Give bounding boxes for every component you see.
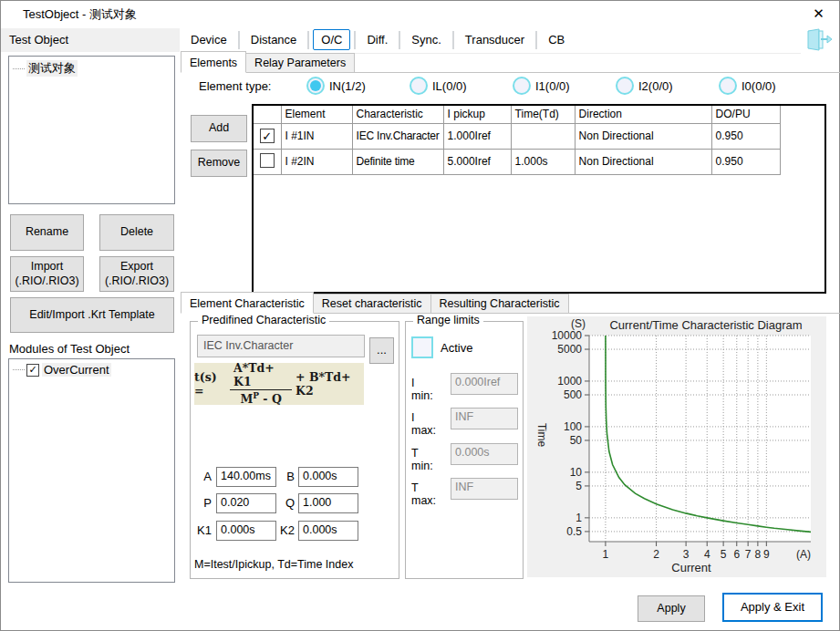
close-icon[interactable]: ✕ [798,1,839,26]
rename-label: Rename [26,225,68,240]
element-list-box: ElementCharacteristicI pickupTime(Td)Dir… [252,104,826,294]
param-input-p[interactable]: 0.020 [216,493,276,513]
radio-icon[interactable] [616,77,634,95]
tab-elements[interactable]: Elements [181,51,246,73]
svg-text:3: 3 [683,548,690,561]
cell-time-td[interactable]: 0.200 [511,123,575,149]
column-header-direction: Direction [575,106,711,123]
svg-text:Current: Current [671,561,711,574]
row-checkbox[interactable]: ✓ [260,129,275,143]
range-label-t-min: T min: [411,447,433,472]
radio-icon[interactable] [306,77,325,95]
top-tab-distance[interactable]: Distance [241,29,307,50]
radio-icon[interactable] [719,77,737,95]
range-input-i-max: INF [451,408,518,429]
element-type-option-il-0-0[interactable]: IL(0/0) [410,77,513,95]
tab-separator [399,31,400,49]
element-type-option-i2-0-0[interactable]: I2(0/0) [616,77,719,95]
top-tab-transducer[interactable]: Transducer [455,29,534,50]
cell-characteristic[interactable]: Definite time [352,149,443,174]
window-title: TestObject - 测试对象 [23,6,137,23]
formula-numerator: A*Td+ K1 [230,361,292,390]
main-tab-bar: ElementsRelay Parameters [181,53,840,73]
cell-do-pu[interactable]: 0.950 [711,149,780,174]
svg-text:5: 5 [721,548,727,561]
cell-characteristic[interactable]: IEC Inv.Character [352,123,443,149]
radio-label: I1(0/0) [535,79,570,93]
svg-text:0.5: 0.5 [566,525,582,538]
export-ext-label: (.RIO/.RIO3) [105,274,169,289]
svg-text:5000: 5000 [557,343,582,356]
svg-text:1: 1 [603,548,609,561]
svg-text:2: 2 [653,548,659,561]
cell-i-pickup[interactable]: 5.000Iref [443,149,511,174]
modules-label: Modules of Test Object [9,342,130,356]
tab-reset-characteristic[interactable]: Reset characteristic [313,294,431,313]
tree-item-test-object[interactable]: 测试对象 [9,57,174,78]
cell-do-pu[interactable]: 0.950 [711,123,780,149]
cell-time-td[interactable]: 1.000s [511,149,575,174]
active-label: Active [441,341,472,355]
top-tab-device[interactable]: Device [181,29,237,50]
svg-text:500: 500 [564,388,582,401]
cell-direction[interactable]: Non Directional [575,123,711,149]
add-label: Add [209,121,229,136]
cell-direction[interactable]: Non Directional [575,149,711,174]
param-input-a[interactable]: 140.00ms [216,467,276,487]
param-label-q: Q [275,496,295,510]
svg-text:10000: 10000 [552,329,583,342]
exit-icon[interactable] [806,28,832,51]
cell-element[interactable]: I #1IN [281,123,352,149]
rename-button[interactable]: Rename [10,214,84,251]
radio-icon[interactable] [513,77,531,95]
tree-item-label: 测试对象 [26,60,78,77]
browse-button[interactable]: ... [369,337,394,364]
tab-separator [238,31,240,49]
top-tab-cb[interactable]: CB [538,29,575,50]
svg-text:9: 9 [763,548,770,561]
cell-i-pickup[interactable]: 1.000Iref [443,123,511,149]
range-limits-label: Range limits [413,314,483,326]
param-input-q[interactable]: 1.000 [298,493,358,513]
radio-icon[interactable] [410,77,428,95]
remove-button[interactable]: Remove [191,150,247,177]
top-tab-sync[interactable]: Sync. [401,29,451,50]
cell-element[interactable]: I #2IN [281,149,352,174]
column-header-element: Element [281,106,352,123]
tree-item-overcurrent[interactable]: ✓ OverCurrent [9,359,174,378]
characteristic-name-field: IEC Inv.Character [197,335,365,357]
element-type-option-in-1-2[interactable]: IN(1/2) [306,77,410,95]
column-header-i-pickup: I pickup [443,106,511,123]
apply-button[interactable]: Apply [638,595,705,622]
add-button[interactable]: Add [191,115,247,142]
tab-relay-parameters[interactable]: Relay Parameters [245,53,355,72]
module-item-label: OverCurrent [42,363,111,377]
param-input-k1[interactable]: 0.000s [216,521,276,541]
formula-tail: + B*Td+ K2 [296,370,364,398]
import-button[interactable]: Import (.RIO/.RIO3) [10,256,84,292]
element-type-option-i0-0-0[interactable]: I0(0/0) [719,77,822,95]
svg-text:Current/Time Characteristic Di: Current/Time Characteristic Diagram [609,318,802,332]
range-input-t-max: INF [451,478,518,500]
tab-resulting-characteristic[interactable]: Resulting Characteristic [430,294,569,313]
param-label-a: A [188,470,212,483]
overcurrent-checkbox[interactable]: ✓ [26,364,39,377]
element-type-option-i1-0-0[interactable]: I1(0/0) [513,77,616,95]
top-tab-diff[interactable]: Diff. [357,29,398,50]
formula-fraction: A*Td+ K1 MP - Q [230,361,292,406]
titlebar: TestObject - 测试对象 ✕ [1,1,839,26]
apply-exit-button[interactable]: Apply & Exit [722,593,823,622]
range-label-i-max: I max: [411,411,436,437]
export-button[interactable]: Export (.RIO/.RIO3) [99,256,174,292]
delete-button[interactable]: Delete [99,214,174,251]
param-input-k2[interactable]: 0.000s [298,521,358,541]
edit-import-template-button[interactable]: Edit/Import .Krt Template [10,297,174,333]
param-input-b[interactable]: 0.000s [298,467,358,487]
element-type-label: Element type: [199,79,272,93]
top-tab-o-c[interactable]: O/C [313,29,350,50]
edit-import-template-label: Edit/Import .Krt Template [29,308,154,323]
active-checkbox[interactable] [411,336,433,358]
param-label-k1: K1 [188,523,212,537]
row-checkbox[interactable] [260,153,275,168]
tab-element-characteristic[interactable]: Element Characteristic [181,292,314,314]
